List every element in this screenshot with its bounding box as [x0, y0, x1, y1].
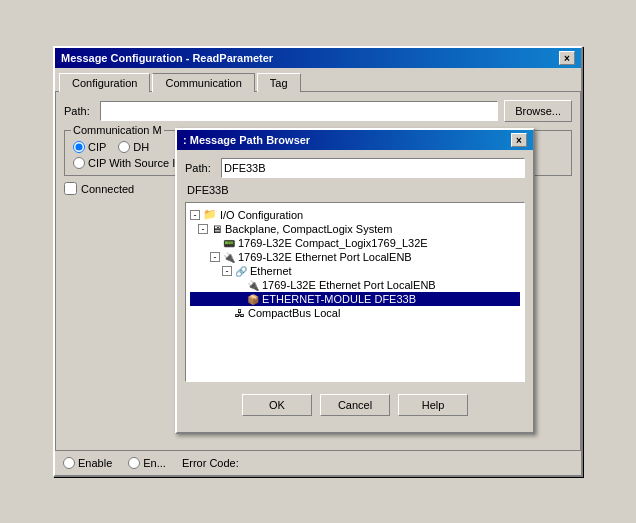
browser-footer: OK Cancel Help [185, 386, 525, 424]
tree-item-1769-l32e[interactable]: 📟 1769-L32E Compact_Logix1769_L32E [190, 236, 520, 250]
connected-checkbox[interactable] [64, 182, 77, 195]
radio-dh-input[interactable] [118, 141, 130, 153]
browser-hint: DFE33B [185, 184, 525, 196]
path-input[interactable] [100, 101, 498, 121]
browser-popup: : Message Path Browser × Path: DFE33B - … [175, 128, 535, 434]
tree-item-1769-eth2[interactable]: 🔌 1769-L32E Ethernet Port LocalENB [190, 278, 520, 292]
main-title-bar: Message Configuration - ReadParameter × [55, 48, 581, 68]
browser-path-row: Path: [185, 158, 525, 178]
radio-enable[interactable]: Enable [63, 457, 112, 469]
cancel-button[interactable]: Cancel [320, 394, 390, 416]
path-row: Path: Browse... [64, 100, 572, 122]
browser-close-button[interactable]: × [511, 133, 527, 147]
connected-label: Connected [81, 183, 134, 195]
help-button[interactable]: Help [398, 394, 468, 416]
main-window-title: Message Configuration - ReadParameter [61, 52, 273, 64]
ok-button[interactable]: OK [242, 394, 312, 416]
radio-enable2-input[interactable] [128, 457, 140, 469]
radio-enable-input[interactable] [63, 457, 75, 469]
main-window: Message Configuration - ReadParameter × … [53, 46, 583, 477]
tree-item-1769-eth[interactable]: - 🔌 1769-L32E Ethernet Port LocalENB [190, 250, 520, 264]
expand-backplane[interactable]: - [198, 224, 208, 234]
tree-item-io-config[interactable]: - 📁 I/O Configuration [190, 207, 520, 222]
tree-label-1769-l32e: 1769-L32E Compact_Logix1769_L32E [238, 237, 428, 249]
radio-dh-label: DH [133, 141, 149, 153]
browser-path-input[interactable] [221, 158, 525, 178]
error-row: Error Code: [182, 457, 239, 469]
tree-label-backplane: Backplane, CompactLogix System [225, 223, 393, 235]
browser-body: Path: DFE33B - 📁 I/O Configuration - 🖥 B… [177, 150, 533, 432]
radio-cip-source-input[interactable] [73, 157, 85, 169]
browser-title-bar: : Message Path Browser × [177, 130, 533, 150]
tree-label-compactbus: CompactBus Local [248, 307, 340, 319]
radio-cip[interactable]: CIP [73, 141, 106, 153]
browser-title: : Message Path Browser [183, 134, 310, 146]
tree-label-io-config: I/O Configuration [220, 209, 303, 221]
tab-bar: Configuration Communication Tag [55, 68, 581, 91]
bottom-bar: Enable En... Error Code: [55, 451, 581, 475]
main-close-button[interactable]: × [559, 51, 575, 65]
enable-label: Enable [78, 457, 112, 469]
tree-item-eth-module[interactable]: 📦 ETHERNET-MODULE DFE33B [190, 292, 520, 306]
tree-view[interactable]: - 📁 I/O Configuration - 🖥 Backplane, Com… [185, 202, 525, 382]
tree-label-eth-module: ETHERNET-MODULE DFE33B [262, 293, 416, 305]
browse-button[interactable]: Browse... [504, 100, 572, 122]
radio-cip-input[interactable] [73, 141, 85, 153]
tree-label-ethernet: Ethernet [250, 265, 292, 277]
enable2-label: En... [143, 457, 166, 469]
tab-configuration[interactable]: Configuration [59, 73, 150, 92]
tab-tag[interactable]: Tag [257, 73, 301, 92]
expand-ethernet[interactable]: - [222, 266, 232, 276]
path-label: Path: [64, 105, 94, 117]
tree-item-ethernet[interactable]: - 🔗 Ethernet [190, 264, 520, 278]
expand-1769-eth[interactable]: - [210, 252, 220, 262]
radio-enable2[interactable]: En... [128, 457, 166, 469]
radio-cip-label: CIP [88, 141, 106, 153]
comm-mode-legend: Communication M [71, 124, 164, 136]
error-code-label: Error Code: [182, 457, 239, 469]
radio-cip-source-label: CIP With Source ID [88, 157, 183, 169]
tree-item-backplane[interactable]: - 🖥 Backplane, CompactLogix System [190, 222, 520, 236]
tab-communication[interactable]: Communication [152, 73, 254, 92]
tree-label-1769-eth2: 1769-L32E Ethernet Port LocalENB [262, 279, 436, 291]
browser-path-label: Path: [185, 162, 215, 174]
expand-io-config[interactable]: - [190, 210, 200, 220]
radio-dh[interactable]: DH [118, 141, 149, 153]
tree-item-compactbus[interactable]: 🖧 CompactBus Local [190, 306, 520, 320]
tree-label-1769-eth: 1769-L32E Ethernet Port LocalENB [238, 251, 412, 263]
